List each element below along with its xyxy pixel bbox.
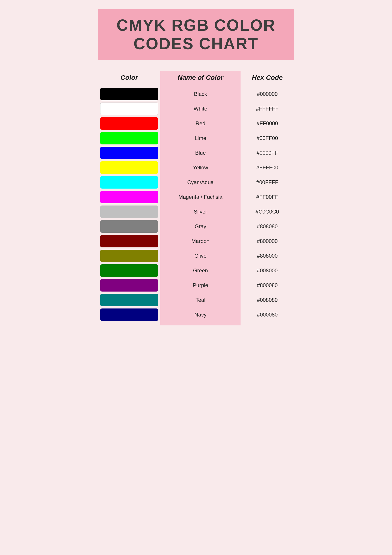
- color-swatch: [100, 147, 158, 159]
- color-name: Purple: [164, 279, 237, 292]
- hex-code: #800080: [244, 279, 290, 292]
- color-name: Green: [164, 264, 237, 277]
- color-swatch: [100, 279, 158, 292]
- color-swatch: [100, 132, 158, 145]
- swatch-list: [98, 88, 160, 321]
- color-name: Navy: [164, 308, 237, 321]
- color-swatch: [100, 161, 158, 174]
- color-swatch: [100, 235, 158, 248]
- color-swatch: [100, 102, 158, 115]
- color-swatch: [100, 294, 158, 306]
- swatches-column: Color: [98, 71, 160, 321]
- color-name: Blue: [164, 147, 237, 159]
- color-name: Black: [164, 88, 237, 100]
- name-list: BlackWhiteRedLimeBlueYellowCyan/AquaMage…: [164, 88, 237, 321]
- hex-code: #800000: [244, 235, 290, 248]
- hex-code: #FFFFFF: [244, 102, 290, 115]
- color-swatch: [100, 308, 158, 321]
- color-swatch: [100, 220, 158, 233]
- hex-code: #C0C0C0: [244, 205, 290, 218]
- color-name: Teal: [164, 294, 237, 306]
- color-name: Maroon: [164, 235, 237, 248]
- hex-code: #808080: [244, 220, 290, 233]
- hex-code: #008080: [244, 294, 290, 306]
- color-swatch: [100, 176, 158, 189]
- name-column-header: Name of Color: [164, 71, 237, 84]
- hex-code: #808000: [244, 250, 290, 262]
- color-swatch: [100, 264, 158, 277]
- color-name: Yellow: [164, 161, 237, 174]
- hex-code: #FF00FF: [244, 191, 290, 203]
- names-column: Name of Color BlackWhiteRedLimeBlueYello…: [160, 71, 241, 325]
- color-name: Lime: [164, 132, 237, 145]
- color-name: White: [164, 102, 237, 115]
- color-name: Silver: [164, 205, 237, 218]
- page-wrapper: CMYK RGB COLOR CODES CHART Color Name of…: [98, 9, 294, 325]
- hex-code: #0000FF: [244, 147, 290, 159]
- color-swatch: [100, 117, 158, 130]
- color-swatch: [100, 88, 158, 100]
- color-name: Olive: [164, 250, 237, 262]
- chart-container: Color Name of Color BlackWhiteRedLimeBlu…: [98, 71, 294, 325]
- title-banner: CMYK RGB COLOR CODES CHART: [98, 9, 294, 60]
- page-title: CMYK RGB COLOR CODES CHART: [107, 16, 285, 53]
- color-name: Cyan/Aqua: [164, 176, 237, 189]
- hex-column: Hex Code #000000#FFFFFF#FF0000#00FF00#00…: [241, 71, 294, 325]
- hex-code: #00FFFF: [244, 176, 290, 189]
- color-name: Red: [164, 117, 237, 130]
- color-swatch: [100, 250, 158, 262]
- color-column-header: Color: [121, 71, 138, 84]
- color-swatch: [100, 191, 158, 203]
- hex-column-header: Hex Code: [252, 71, 283, 84]
- hex-code: #00FF00: [244, 132, 290, 145]
- hex-code: #FF0000: [244, 117, 290, 130]
- color-name: Gray: [164, 220, 237, 233]
- color-swatch: [100, 205, 158, 218]
- hex-code: #000000: [244, 88, 290, 100]
- hex-list: #000000#FFFFFF#FF0000#00FF00#0000FF#FFFF…: [244, 88, 290, 321]
- hex-code: #008000: [244, 264, 290, 277]
- color-name: Magenta / Fuchsia: [164, 191, 237, 203]
- hex-code: #FFFF00: [244, 161, 290, 174]
- hex-code: #000080: [244, 308, 290, 321]
